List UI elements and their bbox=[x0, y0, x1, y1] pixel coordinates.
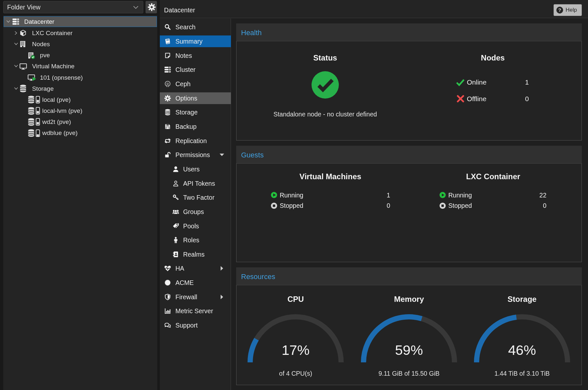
svg-text:?: ? bbox=[558, 7, 561, 13]
